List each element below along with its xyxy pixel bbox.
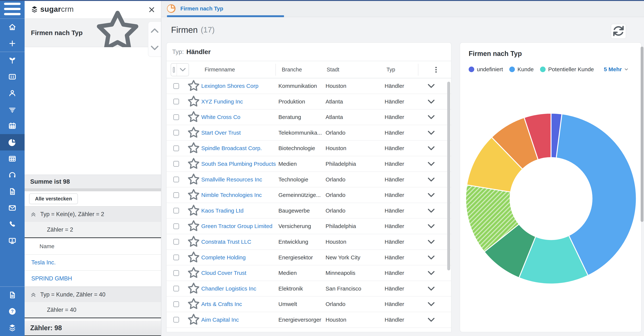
- row-checkbox[interactable]: [173, 301, 179, 307]
- row-checkbox[interactable]: [173, 270, 179, 276]
- sidebar-item-support[interactable]: [0, 167, 24, 183]
- table-scrollbar-thumb[interactable]: [447, 82, 450, 270]
- legend-item[interactable]: Potentieller Kunde: [540, 66, 594, 73]
- favorite-star-icon[interactable]: [186, 250, 201, 265]
- legend-more-dropdown[interactable]: 5 Mehr: [604, 66, 631, 73]
- favorite-star-icon[interactable]: [186, 281, 201, 296]
- row-checkbox[interactable]: [173, 208, 179, 213]
- scroll-down-button[interactable]: [148, 41, 161, 55]
- company-name-link[interactable]: Chandler Logistics Inc: [201, 285, 278, 292]
- company-name-link[interactable]: Complete Holding: [201, 254, 278, 261]
- sidebar-item-reports[interactable]: [0, 150, 24, 167]
- legend-item[interactable]: undefiniert: [469, 66, 503, 73]
- favorite-star-icon[interactable]: [186, 218, 201, 234]
- favorite-star-icon[interactable]: [186, 125, 201, 140]
- company-name-link[interactable]: Nimble Technologies Inc: [201, 192, 278, 198]
- company-name-link[interactable]: Kaos Trading Ltd: [201, 207, 278, 214]
- row-checkbox[interactable]: [173, 239, 179, 245]
- column-header-firmenname[interactable]: Firmenname: [204, 61, 235, 78]
- favorite-star-icon[interactable]: [186, 187, 201, 203]
- select-all-checkbox[interactable]: [173, 67, 175, 73]
- favorite-star-icon[interactable]: [186, 312, 201, 327]
- company-name-link[interactable]: South Sea Plumbing Products: [201, 161, 278, 167]
- row-checkbox[interactable]: [173, 161, 179, 167]
- sidebar-item-email[interactable]: [0, 200, 24, 216]
- sidebar-item-plus[interactable]: [0, 35, 24, 52]
- favorite-star-icon[interactable]: [186, 78, 201, 94]
- sidebar-item-calls[interactable]: [0, 216, 24, 232]
- row-actions-chevron-icon[interactable]: [426, 221, 437, 232]
- favorite-star-icon[interactable]: [186, 172, 201, 187]
- company-name-link[interactable]: Lexington Shores Corp: [201, 83, 278, 89]
- row-actions-chevron-icon[interactable]: [426, 174, 437, 185]
- row-checkbox[interactable]: [173, 177, 179, 182]
- sidebar-item-help[interactable]: ?: [0, 303, 24, 319]
- row-actions-chevron-icon[interactable]: [426, 283, 437, 294]
- row-checkbox[interactable]: [173, 83, 179, 89]
- sidebar-item-accounts[interactable]: [0, 69, 24, 85]
- row-actions-chevron-icon[interactable]: [426, 252, 437, 263]
- row-checkbox[interactable]: [173, 223, 179, 229]
- company-name-link[interactable]: Smallville Resources Inc: [201, 176, 278, 183]
- favorite-star-icon[interactable]: [186, 265, 201, 281]
- company-name-link[interactable]: Start Over Trust: [201, 130, 278, 136]
- sidebar-item-home[interactable]: [0, 19, 24, 35]
- close-drawer-button[interactable]: [148, 6, 156, 14]
- column-header-branche[interactable]: Branche: [282, 61, 302, 78]
- sidebar-item-pie-chart[interactable]: [0, 134, 24, 150]
- row-checkbox[interactable]: [173, 254, 179, 260]
- row-checkbox[interactable]: [173, 192, 179, 198]
- hide-all-button[interactable]: Alle verstecken: [29, 193, 78, 204]
- column-options-kebab-icon[interactable]: [432, 65, 440, 74]
- row-checkbox[interactable]: [173, 317, 179, 322]
- row-actions-chevron-icon[interactable]: [426, 205, 437, 216]
- select-all-combo[interactable]: [171, 63, 189, 76]
- scroll-up-button[interactable]: [148, 24, 161, 37]
- row-actions-chevron-icon[interactable]: [426, 189, 437, 201]
- company-name-link[interactable]: Constrata Trust LLC: [201, 239, 278, 245]
- company-name-link[interactable]: Green Tractor Group Limited: [201, 223, 278, 229]
- sidebar-item-leads[interactable]: [0, 52, 24, 69]
- favorite-star-icon[interactable]: [186, 109, 201, 125]
- record-link[interactable]: SPRIND GMBH: [31, 275, 72, 282]
- collapse-group-icon[interactable]: [30, 291, 36, 298]
- favorite-star-icon[interactable]: [186, 156, 201, 172]
- favorite-star-icon[interactable]: [186, 296, 201, 312]
- favorite-star-icon[interactable]: [186, 94, 201, 109]
- refresh-button[interactable]: [611, 24, 626, 39]
- row-actions-chevron-icon[interactable]: [426, 236, 437, 247]
- donut-chart[interactable]: [460, 108, 642, 289]
- row-actions-chevron-icon[interactable]: [426, 314, 437, 325]
- company-name-link[interactable]: XYZ Funding Inc: [201, 99, 278, 105]
- row-checkbox[interactable]: [173, 99, 179, 104]
- row-actions-chevron-icon[interactable]: [426, 298, 437, 310]
- row-actions-chevron-icon[interactable]: [426, 267, 437, 278]
- tab-firmen-nach-typ[interactable]: Firmen nach Typ: [167, 0, 223, 17]
- row-checkbox[interactable]: [173, 114, 179, 120]
- row-checkbox[interactable]: [173, 145, 179, 151]
- favorite-star-icon[interactable]: [186, 203, 201, 218]
- row-actions-chevron-icon[interactable]: [426, 112, 437, 123]
- sidebar-item-calendar[interactable]: [0, 118, 24, 134]
- collapse-group-icon[interactable]: [30, 211, 36, 217]
- legend-item[interactable]: Kunde: [509, 66, 534, 73]
- row-actions-chevron-icon[interactable]: [426, 158, 437, 169]
- sidebar-item-notes[interactable]: [0, 287, 24, 303]
- company-name-link[interactable]: Cloud Cover Trust: [201, 270, 278, 276]
- sidebar-item-contacts[interactable]: [0, 85, 24, 101]
- company-name-link[interactable]: Aim Capital Inc: [201, 316, 278, 323]
- company-name-link[interactable]: Arts & Crafts Inc: [201, 301, 278, 307]
- group-row-keine[interactable]: Typ = Kein(e), Zähler = 2: [24, 206, 161, 222]
- record-link[interactable]: Tesla Inc.: [31, 259, 56, 266]
- row-checkbox[interactable]: [173, 130, 179, 136]
- sidebar-item-filter[interactable]: [0, 101, 24, 118]
- company-name-link[interactable]: Spindle Broadcast Corp.: [201, 145, 278, 151]
- company-name-link[interactable]: White Cross Co: [201, 114, 278, 120]
- group-row-kunde[interactable]: Typ = Kunde, Zähler = 40: [24, 287, 161, 302]
- row-actions-chevron-icon[interactable]: [426, 143, 437, 154]
- page-scrollbar-thumb[interactable]: [641, 47, 644, 222]
- select-menu-chevron-icon[interactable]: [178, 65, 188, 74]
- column-header-typ[interactable]: Typ: [386, 61, 395, 78]
- sidebar-item-documents[interactable]: [0, 183, 24, 200]
- row-checkbox[interactable]: [173, 286, 179, 291]
